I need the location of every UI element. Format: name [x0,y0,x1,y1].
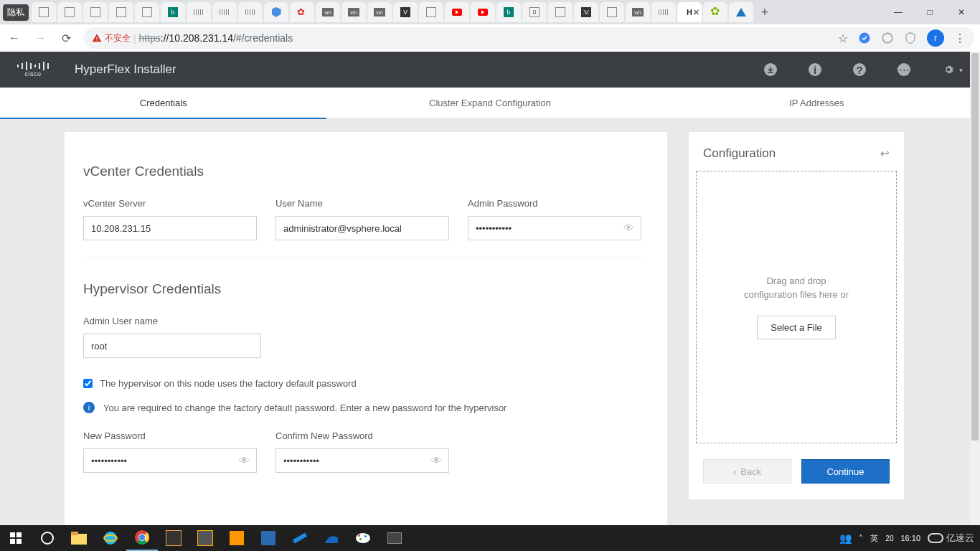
browser-tab[interactable] [471,2,495,22]
taskbar-app-icon[interactable] [221,525,253,551]
close-icon[interactable]: ✕ [693,8,699,17]
password-visibility-toggle[interactable]: 👁 [623,222,634,234]
browser-tab[interactable]: ✿ [703,2,727,22]
browser-tab-active[interactable]: H✕ [677,2,702,22]
info-icon: i [83,402,95,413]
chrome-icon[interactable] [126,525,158,551]
continue-button[interactable]: Continue [801,459,890,484]
extension-icon[interactable] [904,32,917,44]
back-button[interactable]: ‹Back [703,459,791,484]
step-credentials[interactable]: Credentials [0,88,326,118]
window-minimize[interactable]: — [882,2,914,22]
nav-back[interactable]: ← [6,29,23,47]
browser-tab[interactable]: vm [341,2,366,22]
configuration-title: Configuration [703,146,776,161]
svg-rect-2 [10,532,15,537]
svg-point-9 [104,532,117,545]
vcenter-password-input[interactable] [468,216,641,240]
vcenter-username-input[interactable] [275,216,449,240]
browser-tab[interactable] [729,2,753,22]
app-title: HyperFlex Installer [75,62,176,77]
browser-tab[interactable]: vm [626,2,650,22]
window-maximize[interactable]: □ [914,2,946,22]
browser-tab[interactable] [264,2,288,22]
ie-icon[interactable] [95,525,126,551]
browser-tab[interactable] [548,2,573,22]
vcenter-username-label: User Name [275,198,449,209]
new-password-input[interactable] [83,448,257,473]
file-dropzone[interactable]: Drag and drop configuration files here o… [696,171,897,443]
windows-taskbar: 👥 ˄ 英 20 16:10 亿速云 [0,525,980,551]
download-icon[interactable] [764,63,777,76]
help-icon[interactable]: ? [853,63,866,76]
browser-tab[interactable]: vm [367,2,392,22]
settings-menu[interactable]: ▾ [942,63,963,76]
ime-indicator[interactable]: 英 [870,533,878,544]
taskbar-app-icon[interactable] [284,525,316,551]
step-ip-addresses[interactable]: IP Addresses [654,88,980,118]
window-close[interactable]: ✕ [946,2,977,22]
paint-icon[interactable] [347,525,379,551]
confirm-password-input[interactable] [275,448,449,473]
password-visibility-toggle[interactable]: 👁 [431,454,442,466]
address-bar[interactable]: 不安全 | https://10.208.231.14/#/credential… [83,27,974,49]
browser-tab[interactable]: V [393,2,418,22]
browser-tab[interactable]: ✿ [290,2,314,22]
section-divider [83,258,641,258]
taskbar-app-icon[interactable] [379,525,410,551]
browser-tab[interactable] [445,2,469,22]
file-explorer-icon[interactable] [63,525,95,551]
start-button[interactable] [0,525,32,551]
browser-tab[interactable] [238,2,263,22]
wireshark-icon[interactable] [316,525,347,551]
vcenter-password-label: Admin Password [468,198,641,209]
browser-tab[interactable] [419,2,443,22]
new-tab-button[interactable]: + [755,2,775,22]
bookmark-icon[interactable]: ☆ [838,32,848,45]
svg-rect-4 [10,539,15,544]
incognito-badge: 隐私 [3,4,29,21]
svg-rect-8 [71,532,78,535]
browser-tab[interactable] [57,2,82,22]
more-icon[interactable]: ⋯ [897,63,910,76]
password-visibility-toggle[interactable]: 👁 [239,454,250,466]
step-cluster-expand[interactable]: Cluster Expand Configuration [326,88,653,118]
extension-icon[interactable] [881,32,894,44]
nav-reload[interactable]: ⟳ [57,29,75,47]
browser-tab[interactable] [212,2,237,22]
hypervisor-admin-user-input[interactable] [83,334,261,358]
clock[interactable]: 16:10 [900,534,920,542]
browser-tab[interactable]: b [161,2,185,22]
browser-tab[interactable]: ℳ [574,2,598,22]
reply-icon[interactable]: ↩ [880,147,890,160]
browser-tab[interactable] [135,2,159,22]
taskbar-app-icon[interactable] [158,525,189,551]
taskbar-app-icon[interactable] [253,525,284,551]
select-file-button[interactable]: Select a File [757,316,836,339]
browser-tab[interactable]: b [496,2,521,22]
svg-point-15 [139,534,145,540]
browser-tab[interactable] [651,2,676,22]
info-icon[interactable]: i [809,63,821,76]
browser-tab[interactable]: vm [316,2,340,22]
tray-chevron-icon[interactable]: ˄ [859,534,863,543]
wizard-steps: Credentials Cluster Expand Configuration… [0,88,980,119]
browser-menu-icon[interactable]: ⋮ [954,32,966,45]
browser-tab[interactable] [83,2,108,22]
browser-tab[interactable] [32,2,56,22]
nav-forward[interactable]: → [32,29,49,47]
vcenter-server-input[interactable] [83,216,257,240]
cortana-icon[interactable] [32,525,63,551]
taskbar-app-icon[interactable] [189,525,221,551]
extension-icon[interactable] [858,32,871,44]
url-text: https://10.208.231.14/#/credentials [138,32,293,44]
browser-tab[interactable] [600,2,624,22]
people-icon[interactable]: 👥 [839,532,852,544]
browser-tab[interactable]: 0 [522,2,547,22]
vertical-scrollbar[interactable] [970,52,980,525]
configuration-panel: Configuration ↩ Drag and drop configurat… [689,132,904,499]
factory-default-checkbox[interactable] [83,379,93,388]
browser-tab[interactable] [109,2,133,22]
profile-avatar[interactable]: r [927,29,944,47]
browser-tab[interactable] [187,2,211,22]
